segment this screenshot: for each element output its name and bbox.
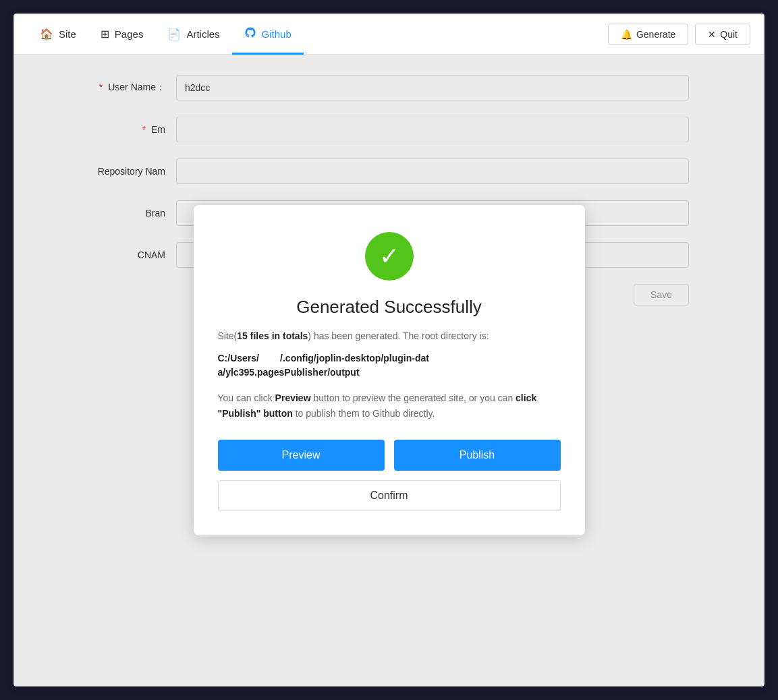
modal-overlay: ✓ Generated Successfully Site(15 files i… [14, 55, 764, 686]
files-bold: 15 files in totals [237, 330, 308, 341]
body-text-2: ) has been generated. The root directory… [308, 330, 489, 341]
success-icon-circle: ✓ [365, 232, 414, 281]
quit-button[interactable]: ✕ Quit [695, 24, 750, 45]
path-text: C:/Users/ /.config/joplin-desktop/plugin… [218, 353, 429, 378]
nav-label-github: Github [262, 28, 291, 40]
pages-icon: ⊞ [101, 28, 109, 40]
generate-button[interactable]: 🔔 Generate [608, 24, 688, 45]
body-text-1: Site( [218, 330, 238, 341]
modal-actions: Preview Publish [218, 440, 561, 471]
publish-label: Publish [460, 449, 495, 461]
hint-middle: button to preview the generated site, or… [311, 392, 516, 403]
modal-path: C:/Users/ /.config/joplin-desktop/plugin… [218, 351, 561, 380]
nav-item-pages[interactable]: ⊞ Pages [88, 15, 156, 55]
confirm-button[interactable]: Confirm [218, 480, 561, 511]
hint-suffix: to publish them to Github directly. [293, 408, 435, 419]
github-icon [244, 26, 256, 41]
nav-label-site: Site [59, 28, 76, 40]
preview-button[interactable]: Preview [218, 440, 385, 471]
nav-label-pages: Pages [115, 28, 144, 40]
articles-icon: 📄 [167, 28, 181, 40]
nav-item-articles[interactable]: 📄 Articles [155, 15, 231, 55]
hint-prefix: You can click [218, 392, 275, 403]
nav-item-site[interactable]: 🏠 Site [28, 15, 88, 55]
app-window: 🏠 Site ⊞ Pages 📄 Articles Github 🔔 Gener… [13, 13, 765, 687]
bell-icon: 🔔 [621, 29, 632, 40]
modal-title: Generated Successfully [296, 297, 482, 318]
nav-label-articles: Articles [186, 28, 219, 40]
success-modal: ✓ Generated Successfully Site(15 files i… [194, 205, 585, 535]
quit-label: Quit [720, 29, 738, 40]
confirm-label: Confirm [370, 490, 408, 501]
home-icon: 🏠 [40, 28, 53, 40]
modal-body-text: Site(15 files in totals) has been genera… [218, 328, 561, 343]
generate-label: Generate [636, 29, 675, 40]
hint-preview-bold: Preview [275, 392, 311, 403]
content-area: * User Name： * Em Repository Nam Bran [14, 55, 764, 686]
top-nav: 🏠 Site ⊞ Pages 📄 Articles Github 🔔 Gener… [14, 14, 764, 55]
publish-button[interactable]: Publish [394, 440, 561, 471]
checkmark-icon: ✓ [379, 244, 399, 268]
modal-hint: You can click Preview button to preview … [218, 390, 561, 421]
quit-icon: ✕ [708, 29, 716, 40]
nav-item-github[interactable]: Github [232, 15, 304, 55]
preview-label: Preview [282, 449, 321, 461]
